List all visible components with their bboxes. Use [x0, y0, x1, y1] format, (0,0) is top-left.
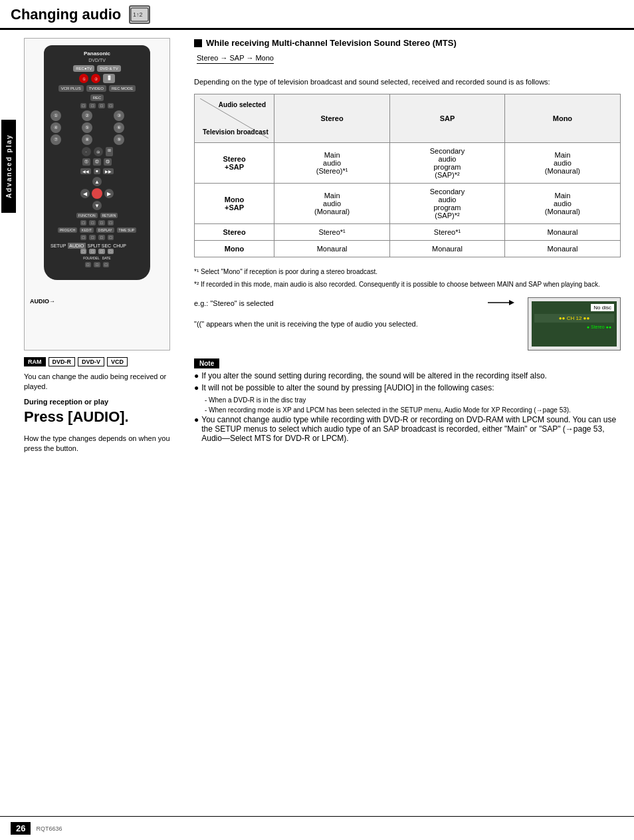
cell-mono-sap-stereo: Mainaudio(Monaural)	[274, 184, 390, 224]
table-header-tv: Television broadcast	[203, 128, 268, 136]
footnote2: *² If recorded in this mode, main audio …	[194, 279, 621, 289]
cell-mono-sap-mono: Mainaudio(Monaural)	[504, 184, 620, 224]
page-number: 26	[11, 822, 31, 835]
cell-stereo-mono: Monaural	[504, 224, 620, 241]
cell-stereo-sap-sap: Secondaryaudioprogram(SAP)*²	[390, 143, 505, 184]
screen-captions: e.g.: "Stereo" is selected "((" appears …	[194, 297, 477, 330]
cell-stereo-sap-mono: Mainaudio(Monaural)	[504, 143, 620, 184]
table-col-sap: SAP	[390, 94, 505, 143]
badge-ram: RAM	[24, 357, 46, 366]
note-bullet-text-3: You cannot change audio type while recor…	[201, 415, 621, 443]
side-tab: Advanced play	[1, 120, 16, 213]
note-sub-1: - When a DVD-R is in the disc tray	[205, 395, 621, 405]
remote-image: Panasonic DVD/TV REC●TV DVD & TV ① ② 🁢 V…	[24, 38, 170, 350]
page-code: RQT6636	[36, 825, 62, 832]
screen-caption1: e.g.: "Stereo" is selected	[194, 297, 477, 310]
main-content: Panasonic DVD/TV REC●TV DVD & TV ① ② 🁢 V…	[0, 30, 634, 816]
mts-title: While receiving Multi-channel Television…	[206, 38, 457, 49]
depending-text: Depending on the type of television broa…	[194, 77, 621, 87]
during-label: During reception or play	[24, 398, 178, 406]
note-bullet-2: ● It will not be possible to alter the s…	[194, 383, 621, 392]
table-col-stereo: Stereo	[274, 94, 390, 143]
cell-mono-sap-sap: Secondaryaudioprogram(SAP)*²	[390, 184, 505, 224]
cell-stereo-sap-stereo: Mainaudio(Stereo)*¹	[274, 143, 390, 184]
footnote1: *¹ Select "Mono" if reception is poor du…	[194, 267, 621, 277]
table-row: Mono Monaural Monaural Monaural	[195, 241, 621, 257]
table-row: Mono+SAP Mainaudio(Monaural) Secondaryau…	[195, 184, 621, 224]
stereo-chain: Stereo → SAP → Mono	[197, 53, 274, 63]
audio-table: Audio selected Television broadcast Ster…	[194, 94, 621, 257]
note-bullet-text-1: If you alter the sound setting during re…	[201, 371, 547, 380]
mts-square-icon	[194, 39, 202, 47]
table-col-mono: Mono	[504, 94, 620, 143]
table-row: Stereo+SAP Mainaudio(Stereo)*¹ Secondary…	[195, 143, 621, 184]
table-header-audio: Audio selected	[219, 101, 266, 108]
press-audio: Press [AUDIO].	[24, 408, 178, 426]
screen-no-disc: No disc	[591, 304, 614, 311]
note-header: Note	[194, 358, 219, 368]
note-bullet-3: ● You cannot change audio type while rec…	[194, 415, 621, 443]
intro-text: You can change the audio being received …	[24, 372, 178, 392]
left-column: Panasonic DVD/TV REC●TV DVD & TV ① ② 🁢 V…	[0, 38, 186, 816]
note-box: Note ● If you alter the sound setting du…	[194, 358, 621, 443]
cell-mono-mono: Monaural	[504, 241, 620, 257]
note-bullet-text-2: It will not be possible to alter the sou…	[201, 383, 494, 392]
svg-marker-4	[509, 300, 514, 305]
page-title: Changing audio	[11, 6, 121, 23]
page-header: Changing audio 1↑2	[0, 0, 634, 30]
cell-mono-stereo: Monaural	[274, 241, 390, 257]
how-text: How the type changes depends on when you…	[24, 434, 178, 454]
badge-vcd: VCD	[107, 357, 128, 366]
screen-caption2: "((" appears when the unit is receiving …	[194, 318, 477, 331]
note-sub-2: - When recording mode is XP and LPCM has…	[205, 405, 621, 415]
right-column: While receiving Multi-channel Television…	[186, 38, 634, 816]
screen-area: e.g.: "Stereo" is selected "((" appears …	[194, 297, 621, 350]
badge-row: RAM DVD-R DVD-V VCD	[24, 357, 178, 366]
cell-mono-sap2: Monaural	[390, 241, 505, 257]
mts-header: While receiving Multi-channel Television…	[194, 38, 621, 49]
screen-display: No disc ●● CH 12 ●● ● Stereo ●●	[528, 297, 621, 350]
badge-dvdr: DVD-R	[49, 357, 76, 366]
note-bullet-1: ● If you alter the sound setting during …	[194, 371, 621, 380]
header-icon: 1↑2	[129, 5, 150, 24]
cell-stereo-sap2: Stereo*¹	[390, 224, 505, 241]
page-footer: 26 RQT6636	[0, 816, 634, 840]
table-row: Stereo Stereo*¹ Stereo*¹ Monaural	[195, 224, 621, 241]
audio-arrow-label: AUDIO	[30, 298, 49, 305]
cell-stereo-stereo: Stereo*¹	[274, 224, 390, 241]
badge-dvdv: DVD-V	[78, 357, 104, 366]
note-sub-bullets: - When a DVD-R is in the disc tray - Whe…	[205, 395, 621, 415]
svg-text:1↑2: 1↑2	[133, 11, 143, 18]
